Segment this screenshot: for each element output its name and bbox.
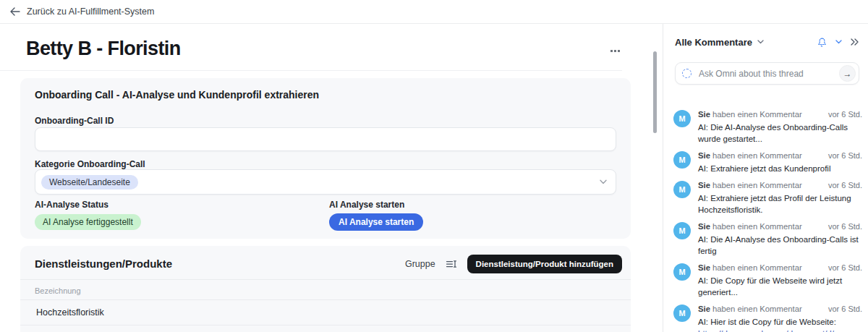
comment-author: Sie (698, 221, 710, 232)
dot (618, 50, 620, 52)
status-badge: AI Analyse fertiggestellt (35, 214, 141, 230)
comment-header: Sie haben einen Kommentar vor 6 Std. (698, 263, 862, 273)
comment-body: AI: Extrahiere jetzt das Profil der Leis… (698, 192, 862, 216)
back-link-label: Zurück zu AI-Fulfillment-System (27, 7, 154, 17)
table-row[interactable]: Hochzeitsfloristik (20, 300, 631, 325)
comment-action: haben einen Kommentar (712, 180, 802, 191)
avatar: M (673, 222, 691, 239)
comment-item[interactable]: M Sie haben einen Kommentar vor 6 Std. A… (673, 109, 862, 145)
comment-header: Sie haben einen Kommentar vor 6 Std. (698, 304, 862, 315)
send-arrow-button[interactable]: → (839, 65, 856, 82)
comment-item[interactable]: M Sie haben einen Kommentar vor 6 Std. A… (673, 221, 862, 257)
comment-action: haben einen Kommentar (712, 221, 802, 232)
comment-body: AI: Die AI-Analyse des Onboarding-Calls … (698, 122, 862, 145)
products-panel-title: Dienstleistungen/Produkte (35, 257, 172, 270)
avatar: M (673, 151, 691, 169)
avatar: M (673, 305, 691, 322)
comment-timestamp: vor 6 Std. (828, 221, 862, 232)
comment-item[interactable]: M Sie haben einen Kommentar vor 6 Std. A… (673, 180, 862, 216)
comments-header: Alle Kommentare (675, 35, 859, 49)
comment-header: Sie haben einen Kommentar vor 6 Std. (698, 180, 862, 191)
comment-header: Sie haben einen Kommentar vor 6 Std. (698, 150, 862, 161)
kategorie-select[interactable]: Webseite/Landeseite (35, 169, 616, 195)
comment-timestamp: vor 6 Std. (828, 109, 862, 120)
products-rows: Hochzeitsfloristik (20, 300, 631, 325)
comment-timestamp: vor 6 Std. (828, 304, 862, 315)
notification-bell-icon[interactable] (816, 36, 828, 48)
ask-omni-input[interactable] (697, 68, 833, 80)
comments-header-icons (816, 36, 859, 48)
back-link[interactable]: Zurück zu AI-Fulfillment-System (10, 7, 154, 17)
comments-list: M Sie haben einen Kommentar vor 6 Std. A… (673, 109, 862, 332)
comment-body: AI: Die Copy für die Webseite wird jetzt… (698, 275, 862, 298)
dot (614, 50, 616, 52)
collapse-panel-icon[interactable] (849, 38, 859, 46)
comments-filter-label: Alle Kommentare (675, 37, 752, 48)
chevron-down-icon (600, 179, 607, 184)
avatar: M (673, 110, 691, 127)
vertical-scrollbar-thumb[interactable] (653, 51, 657, 133)
comment-timestamp: vor 6 Std. (828, 150, 862, 161)
comment-body: AI: Extrahiere jetzt das Kundenprofil (698, 163, 862, 174)
comment-author: Sie (698, 180, 710, 191)
call-id-label: Onboarding-Call ID (35, 116, 114, 126)
comment-author: Sie (698, 304, 710, 315)
top-bar: Zurück zu AI-Fulfillment-System (0, 0, 868, 24)
kategorie-selected-pill: Webseite/Landeseite (41, 175, 138, 190)
chevron-down-icon (757, 40, 764, 44)
comment-body: AI: Die AI-Analyse des Onboarding-Calls … (698, 234, 862, 257)
comment-item[interactable]: M Sie haben einen Kommentar vor 6 Std. A… (673, 150, 862, 174)
record-menu-button[interactable] (608, 47, 623, 55)
comment-action: haben einen Kommentar (712, 150, 802, 161)
comment-action: haben einen Kommentar (712, 304, 802, 315)
kategorie-label: Kategorie Onboarding-Call (35, 159, 145, 169)
dot (610, 50, 613, 52)
call-id-input[interactable] (35, 127, 616, 151)
comment-header: Sie haben einen Kommentar vor 6 Std. (698, 109, 862, 120)
add-product-button[interactable]: Dienstleistung/Produkt hinzufügen (467, 255, 622, 273)
comment-item[interactable]: M Sie haben einen Kommentar vor 6 Std. A… (673, 263, 862, 298)
avatar: M (673, 263, 691, 281)
start-analysis-label: AI Analyse starten (329, 200, 404, 210)
products-controls: Gruppe Dienstleistung/Produkt hinzufügen (405, 255, 622, 273)
comment-header: Sie haben einen Kommentar vor 6 Std. (698, 221, 862, 232)
ask-omni-bar: → (675, 62, 859, 85)
avatar: M (673, 181, 691, 198)
comment-action: haben einen Kommentar (712, 109, 802, 120)
column-header-bezeichnung[interactable]: Bezeichnung (35, 286, 81, 295)
product-name: Hochzeitsfloristik (36, 307, 104, 318)
back-arrow-icon (10, 7, 20, 16)
status-label: AI-Analyse Status (35, 200, 109, 210)
comment-timestamp: vor 6 Std. (828, 180, 862, 191)
onboarding-panel-title: Onboarding Call - AI-Analyse und Kundenp… (35, 89, 319, 101)
comment-author: Sie (698, 109, 710, 120)
products-panel: Dienstleistungen/Produkte Gruppe Dienstl… (20, 246, 631, 332)
start-analysis-button[interactable]: AI Analyse starten (329, 213, 423, 231)
divider (20, 279, 631, 280)
gruppe-label[interactable]: Gruppe (405, 259, 435, 269)
page-title: Betty B - Floristin (26, 38, 181, 60)
comment-author: Sie (698, 263, 710, 273)
omni-spinner-icon (682, 69, 692, 78)
list-settings-icon[interactable] (445, 258, 458, 270)
header-divider (0, 70, 622, 71)
comment-item[interactable]: M Sie haben einen Kommentar vor 6 Std. A… (673, 304, 862, 332)
comment-author: Sie (698, 150, 710, 161)
comment-timestamp: vor 6 Std. (828, 263, 862, 273)
comments-filter-dropdown[interactable]: Alle Kommentare (675, 37, 764, 48)
chevron-down-icon[interactable] (835, 39, 843, 45)
onboarding-panel: Onboarding Call - AI-Analyse und Kundenp… (20, 78, 631, 239)
comment-action: haben einen Kommentar (712, 263, 802, 273)
record-main-area: Betty B - Floristin Onboarding Call - AI… (0, 24, 663, 332)
comments-sidebar: Alle Kommentare → (663, 24, 868, 332)
comment-body: AI: Hier ist die Copy für die Webseite: (698, 316, 862, 328)
comment-link[interactable]: https://docs.google.com/document/d/... (698, 328, 862, 332)
